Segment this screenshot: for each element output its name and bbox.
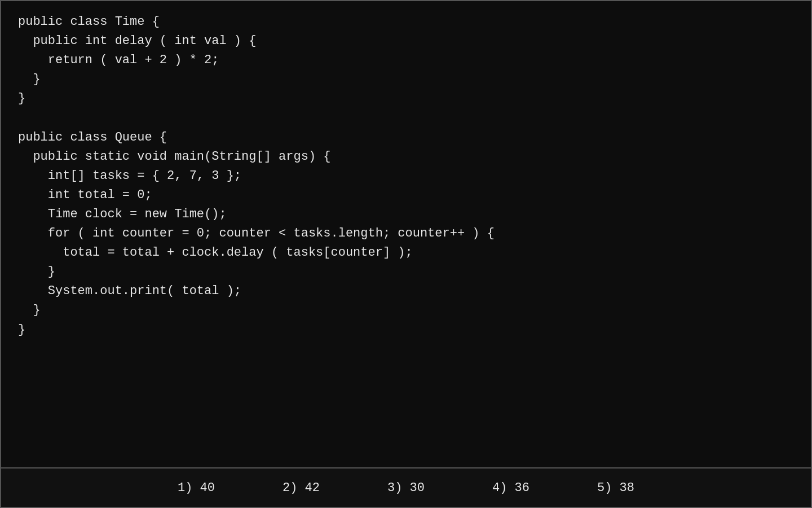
answer-option-5[interactable]: 5) 38 [597, 481, 634, 495]
answer-option-3[interactable]: 3) 30 [387, 481, 425, 495]
answer-bar: 1) 40 2) 42 3) 30 4) 36 5) 38 [1, 467, 811, 507]
code-area: public class Time { public int delay ( i… [1, 1, 811, 467]
answer-option-4[interactable]: 4) 36 [492, 481, 529, 495]
answer-option-1[interactable]: 1) 40 [178, 481, 215, 495]
code-block: public class Time { public int delay ( i… [18, 12, 794, 340]
main-container: public class Time { public int delay ( i… [0, 0, 812, 508]
answer-option-2[interactable]: 2) 42 [283, 481, 320, 495]
